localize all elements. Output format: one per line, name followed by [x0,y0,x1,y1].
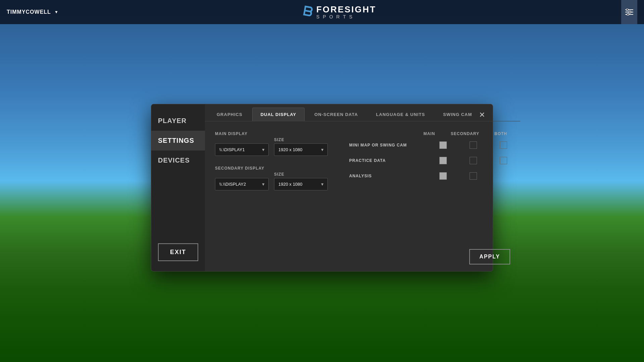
secondary-display-group: SECONDARY DISPLAY \\.\\DISPLAY2 ▼ SIZE [215,166,336,190]
settings-dialog: ✕ PLAYER SETTINGS DEVICES EXIT GRAPHICS … [151,104,493,272]
sidebar-bottom: EXIT [151,237,205,271]
tab-on-screen-data[interactable]: ON-SCREEN DATA [306,108,366,121]
logo-words: FORESiGHT SPORTS [316,5,376,19]
minimap-both-cell [497,141,510,149]
main-display-label: MAIN DISPLAY [215,131,336,136]
secondary-display-select-container: \\.\\DISPLAY2 ▼ [215,178,269,190]
user-dropdown-arrow[interactable]: ▼ [54,10,58,14]
username-display: TIMMYCOWELL [7,9,51,15]
main-size-group: SIZE 644 x 362 ▼ [274,137,328,156]
practice-main-cell [436,157,450,164]
practice-main-checkbox[interactable] [439,157,447,164]
analysis-main-checkbox[interactable] [439,172,447,180]
content-body: MAIN DISPLAY \\.\DISPLAY1 ▼ [205,121,520,249]
col-header-main: MAIN [423,131,436,136]
sidebar-item-settings[interactable]: SETTINGS [151,131,205,150]
sidebar: PLAYER SETTINGS DEVICES EXIT [151,104,205,271]
sidebar-item-player[interactable]: PLAYER [151,111,205,131]
secondary-display-row: \\.\\DISPLAY2 ▼ SIZE 644 x 362 [215,172,336,190]
main-display-select-container: \\.\DISPLAY1 ▼ [215,143,269,156]
option-row-analysis: ANALYSIS [349,172,510,180]
minimap-secondary-checkbox[interactable] [470,141,477,149]
minimap-secondary-cell [467,141,480,149]
secondary-size-group: SIZE 644 x 362 ▼ [274,172,328,190]
logo: ᗺ FORESiGHT SPORTS [303,5,376,19]
option-label-practice: PRACTICE DATA [349,158,436,163]
secondary-display-select[interactable]: \\.\\DISPLAY2 [215,178,269,190]
exit-button[interactable]: EXIT [158,243,198,261]
dialog-footer: APPLY [205,249,520,271]
option-label-minimap: MINI MAP OR SWING CAM [349,143,436,147]
main-display-group: MAIN DISPLAY \\.\DISPLAY1 ▼ [215,131,336,156]
top-navigation: TIMMYCOWELL ▼ ᗺ FORESiGHT SPORTS [0,0,644,24]
secondary-size-select[interactable]: 644 x 362 [274,178,328,190]
option-row-practice: PRACTICE DATA [349,157,510,164]
col-headers-group: MAIN SECONDARY BOTH [423,131,507,136]
secondary-display-label: SECONDARY DISPLAY [215,166,336,171]
sliders-icon [625,9,633,15]
analysis-secondary-checkbox[interactable] [470,172,477,180]
option-label-analysis: ANALYSIS [349,174,436,178]
practice-secondary-cell [467,157,480,164]
nav-right [621,0,637,24]
apply-button[interactable]: APPLY [469,249,510,264]
svg-rect-2 [625,14,633,15]
option-row-minimap: MINI MAP OR SWING CAM [349,141,510,149]
logo-wing-icon: ᗺ [302,4,313,20]
tab-swing-cam[interactable]: SWING CAM [435,108,480,121]
content-layout: MAIN DISPLAY \\.\DISPLAY1 ▼ [215,131,510,190]
tabs-bar: GRAPHICS DUAL DISPLAY ON-SCREEN DATA LAN… [205,104,520,121]
sidebar-item-devices[interactable]: DEVICES [151,150,205,170]
main-display-select[interactable]: \\.\DISPLAY1 [215,143,269,156]
analysis-secondary-cell [467,172,480,180]
practice-both-cell [497,157,510,164]
practice-secondary-checkbox[interactable] [470,157,477,164]
nav-center: ᗺ FORESiGHT SPORTS [303,5,376,19]
main-size-select[interactable]: 644 x 362 [274,143,328,156]
analysis-main-cell [436,172,450,180]
settings-icon-button[interactable] [621,0,637,24]
main-size-select-container: 644 x 362 ▼ [274,143,328,156]
main-content: GRAPHICS DUAL DISPLAY ON-SCREEN DATA LAN… [205,104,520,271]
options-panel: MAIN SECONDARY BOTH MINI MAP OR SWING CA… [349,131,510,190]
dialog-overlay: ✕ PLAYER SETTINGS DEVICES EXIT GRAPHICS … [0,0,644,362]
main-display-row: \\.\DISPLAY1 ▼ SIZE 1920 x [215,137,336,156]
analysis-checkboxes [436,172,510,180]
practice-checkboxes [436,157,510,164]
minimap-main-cell [436,141,450,149]
close-button[interactable]: ✕ [477,110,487,120]
svg-point-5 [627,13,629,15]
main-size-label: SIZE [274,137,328,142]
logo-sub: SPORTS [316,14,376,19]
secondary-size-select-container: 644 x 362 ▼ [274,178,328,190]
column-headers: MAIN SECONDARY BOTH [349,131,510,136]
minimap-both-checkbox[interactable] [500,141,507,149]
tab-dual-display[interactable]: DUAL DISPLAY [252,108,305,121]
practice-both-checkbox[interactable] [500,157,507,164]
col-header-both: BOTH [494,131,507,136]
col-header-secondary: SECONDARY [451,131,479,136]
secondary-size-label: SIZE [274,172,328,177]
tab-language-units[interactable]: LANGUAGE & UNITS [368,108,433,121]
minimap-main-checkbox[interactable] [439,141,447,149]
display-selectors: MAIN DISPLAY \\.\DISPLAY1 ▼ [215,131,336,190]
svg-point-4 [629,11,631,13]
nav-left: TIMMYCOWELL ▼ [7,9,58,15]
logo-brand: FORESiGHT [316,5,376,14]
main-display-select-wrapper: \\.\DISPLAY1 ▼ [215,143,269,156]
svg-point-3 [626,9,628,11]
tab-graphics[interactable]: GRAPHICS [208,108,251,121]
minimap-checkboxes [436,141,510,149]
